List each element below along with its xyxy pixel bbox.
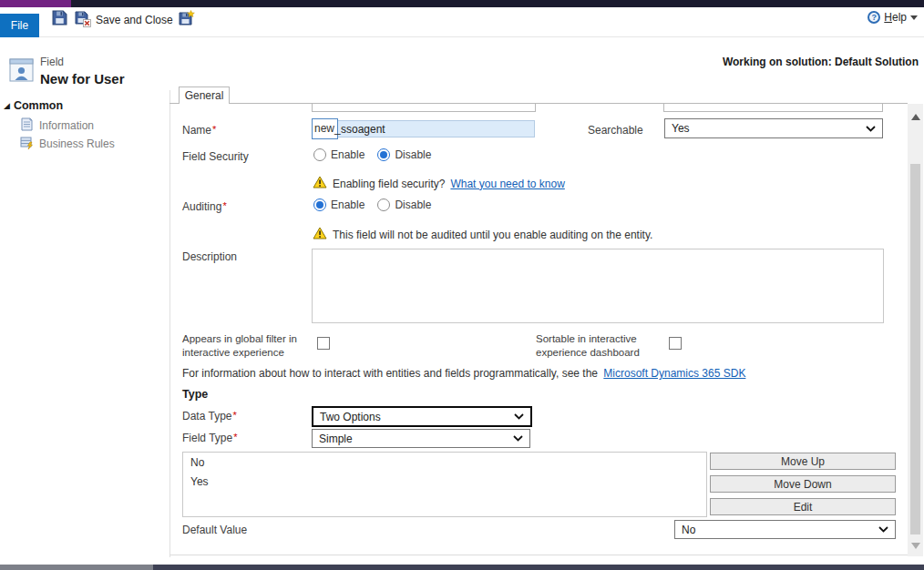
name-input[interactable] bbox=[337, 120, 535, 137]
radio-checked-icon bbox=[313, 198, 326, 211]
help-caret-icon bbox=[910, 15, 918, 20]
help-icon: ? bbox=[868, 11, 880, 24]
content-bottom-border bbox=[169, 555, 908, 555]
radio-label: Disable bbox=[395, 148, 431, 161]
description-textarea[interactable] bbox=[312, 249, 884, 323]
tree-expanded-icon: ◢ bbox=[4, 102, 10, 110]
field-entity-icon bbox=[9, 57, 34, 86]
warning-icon bbox=[313, 227, 327, 242]
move-down-button[interactable]: Move Down bbox=[710, 475, 896, 493]
field-type-value: Simple bbox=[319, 433, 353, 445]
business-rules-icon bbox=[20, 136, 34, 152]
bottom-status-bar bbox=[0, 565, 924, 570]
required-marker: * bbox=[212, 124, 216, 135]
global-filter-checkbox[interactable] bbox=[317, 337, 330, 350]
command-bar: File Save and Close ? Help bbox=[0, 7, 924, 37]
sdk-note: For information about how to interact wi… bbox=[182, 367, 745, 380]
field-security-warning: Enabling field security? What you need t… bbox=[313, 176, 565, 191]
required-marker: * bbox=[233, 432, 237, 443]
save-and-close-label: Save and Close bbox=[96, 14, 173, 26]
field-security-radios: Enable Disable bbox=[313, 148, 431, 161]
save-icon bbox=[52, 10, 67, 28]
field-type-select[interactable]: Simple bbox=[312, 429, 530, 448]
help-menu[interactable]: ? Help bbox=[868, 11, 918, 24]
working-on-solution-label: Working on solution: Default Solution bbox=[723, 56, 919, 68]
data-type-value: Two Options bbox=[320, 411, 381, 423]
radio-label: Enable bbox=[331, 198, 364, 211]
save-and-close-icon bbox=[75, 11, 91, 30]
warning-text: Enabling field security? bbox=[333, 178, 445, 190]
save-and-new-icon bbox=[179, 10, 195, 29]
entity-type-label: Field bbox=[40, 56, 64, 68]
sortable-checkbox[interactable] bbox=[669, 337, 682, 350]
data-type-select[interactable]: Two Options bbox=[312, 406, 532, 427]
triangle-up-icon bbox=[911, 114, 920, 120]
scroll-up-arrow[interactable] bbox=[908, 109, 923, 124]
global-filter-checkbox-label: Appears in global filter in interactive … bbox=[182, 332, 310, 360]
sidebar-group-label: Common bbox=[14, 99, 63, 112]
auditing-disable-radio[interactable]: Disable bbox=[377, 198, 431, 211]
sidebar-group-common[interactable]: ◢ Common bbox=[4, 99, 63, 112]
cutoff-input-right[interactable] bbox=[663, 104, 883, 112]
vertical-scrollbar[interactable] bbox=[908, 104, 923, 556]
field-security-disable-radio[interactable]: Disable bbox=[377, 148, 431, 161]
name-label: Name* bbox=[182, 124, 216, 137]
type-section-heading: Type bbox=[182, 388, 208, 401]
save-button[interactable] bbox=[50, 10, 68, 28]
app-window: File Save and Close ? Help Field New for bbox=[0, 0, 924, 570]
scroll-down-arrow[interactable] bbox=[908, 538, 923, 553]
name-prefix-box: new_ bbox=[312, 118, 338, 139]
top-accent-purple-segment bbox=[0, 0, 71, 7]
searchable-value: Yes bbox=[672, 122, 690, 135]
field-security-info-link[interactable]: What you need to know bbox=[450, 178, 564, 190]
data-type-label: Data Type* bbox=[182, 410, 237, 422]
default-value-label: Default Value bbox=[182, 524, 247, 536]
searchable-select[interactable]: Yes bbox=[664, 118, 883, 138]
radio-label: Disable bbox=[395, 198, 431, 211]
triangle-down-icon bbox=[911, 543, 920, 549]
sidebar-item-label: Information bbox=[39, 119, 94, 132]
sidebar-item-label: Business Rules bbox=[39, 137, 115, 150]
default-value-select[interactable]: No bbox=[674, 520, 896, 539]
chevron-down-icon bbox=[513, 435, 523, 442]
auditing-warning: This field will not be audited until you… bbox=[313, 227, 652, 242]
help-label: Help bbox=[884, 11, 907, 24]
searchable-label: Searchable bbox=[588, 124, 643, 137]
sidebar-item-information[interactable]: Information bbox=[20, 117, 94, 134]
move-up-button[interactable]: Move Up bbox=[710, 453, 896, 470]
sidebar-item-business-rules[interactable]: Business Rules bbox=[20, 136, 115, 152]
listbox-option-no[interactable]: No bbox=[183, 453, 706, 472]
bottom-bar-segment bbox=[0, 565, 153, 570]
options-listbox[interactable]: No Yes bbox=[182, 452, 707, 517]
required-marker: * bbox=[232, 410, 236, 421]
sdk-note-text: For information about how to interact wi… bbox=[182, 367, 598, 380]
chevron-down-icon bbox=[866, 126, 876, 132]
save-and-new-button[interactable] bbox=[178, 10, 196, 28]
tab-general[interactable]: General bbox=[179, 87, 230, 104]
file-button[interactable]: File bbox=[0, 14, 39, 37]
warning-icon bbox=[313, 176, 327, 191]
chevron-down-icon bbox=[514, 413, 524, 420]
default-value-value: No bbox=[682, 524, 695, 536]
field-security-enable-radio[interactable]: Enable bbox=[313, 148, 364, 161]
edit-button[interactable]: Edit bbox=[710, 498, 896, 515]
chevron-down-icon bbox=[878, 526, 888, 533]
warning-text: This field will not be audited until you… bbox=[333, 229, 652, 241]
scrollbar-thumb[interactable] bbox=[910, 164, 920, 534]
sortable-checkbox-label: Sortable in interactive experience dashb… bbox=[536, 332, 645, 360]
cutoff-input-left[interactable] bbox=[312, 104, 536, 112]
radio-unchecked-icon bbox=[313, 148, 326, 161]
top-accent-bar bbox=[0, 0, 924, 7]
save-and-close-button[interactable]: Save and Close bbox=[75, 10, 173, 30]
auditing-enable-radio[interactable]: Enable bbox=[313, 198, 364, 211]
radio-checked-icon bbox=[377, 148, 390, 161]
page-title: New for User bbox=[40, 71, 125, 87]
auditing-radios: Enable Disable bbox=[313, 198, 431, 211]
required-marker: * bbox=[222, 200, 226, 211]
radio-label: Enable bbox=[331, 148, 364, 161]
field-type-label: Field Type* bbox=[182, 432, 237, 444]
information-icon bbox=[20, 117, 34, 134]
dynamics-sdk-link[interactable]: Microsoft Dynamics 365 SDK bbox=[603, 367, 745, 380]
sidebar-divider bbox=[169, 90, 170, 557]
listbox-option-yes[interactable]: Yes bbox=[183, 472, 706, 491]
